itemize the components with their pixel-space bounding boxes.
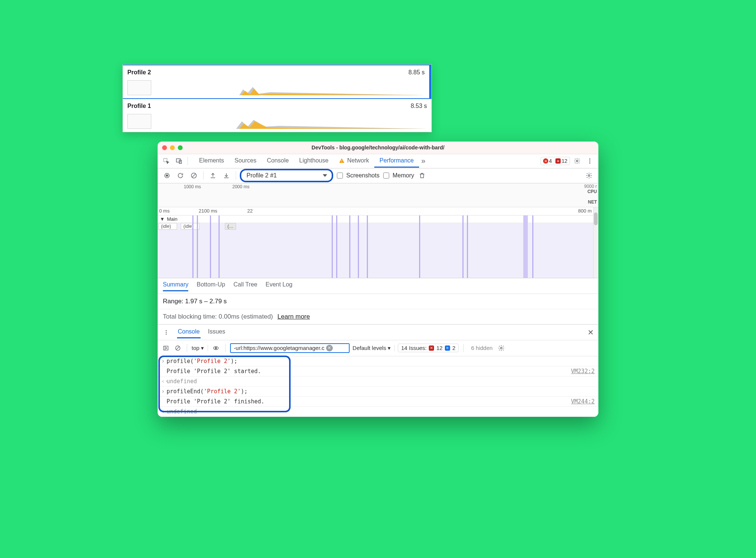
source-link[interactable]: VM244:2 <box>571 398 595 405</box>
log-levels-select[interactable]: Default levels ▾ <box>353 345 395 351</box>
console-log-text: Profile 'Profile 2' started. <box>167 368 571 375</box>
timeline-overview[interactable]: 1000 ms 2000 ms 9000 r CPU NET <box>158 183 598 207</box>
log-levels-value: Default levels <box>353 345 386 351</box>
recording-select[interactable]: Profile 2 #1 <box>240 169 333 182</box>
flame-scrollbar[interactable] <box>593 207 598 278</box>
memory-label: Memory <box>393 172 414 179</box>
source-link[interactable]: VM232:2 <box>571 368 595 375</box>
hidden-count: 6 hidden <box>471 345 493 351</box>
tab-call-tree[interactable]: Call Tree <box>233 281 257 291</box>
console-toolbar: top ▾ -url:https://www.googletagmanager.… <box>158 340 598 356</box>
tab-console[interactable]: Console <box>261 154 294 168</box>
input-arrow-icon: › <box>161 388 167 395</box>
console-line: Profile 'Profile 2' finished. VM244:2 <box>158 397 598 407</box>
svg-point-12 <box>588 175 590 177</box>
chevron-down-icon: ▾ <box>201 345 204 351</box>
svg-rect-4 <box>342 162 342 162</box>
svg-point-19 <box>215 347 217 349</box>
console-line: Profile 'Profile 2' started. VM232:2 <box>158 366 598 376</box>
console-clear-icon[interactable] <box>173 342 182 354</box>
issue-info-icon: ≡ <box>445 345 450 351</box>
tbt-line: Total blocking time: 0.00ms (estimated) … <box>158 309 598 325</box>
tab-network-label: Network <box>347 157 369 164</box>
svg-point-5 <box>576 160 578 162</box>
drawer-tab-issues[interactable]: Issues <box>207 327 226 338</box>
save-profile-icon[interactable] <box>221 170 232 181</box>
drawer-kebab-icon[interactable] <box>162 327 170 338</box>
issues-label: 14 Issues: <box>401 345 427 351</box>
tab-performance[interactable]: Performance <box>374 154 419 168</box>
memory-checkbox[interactable]: Memory <box>382 171 414 180</box>
clear-filter-icon[interactable]: ✕ <box>326 345 333 351</box>
drawer-tabs: Console Issues ✕ <box>158 325 598 340</box>
console-sidebar-toggle-icon[interactable] <box>161 342 170 354</box>
console-output[interactable]: › profile('Profile 2'); Profile 'Profile… <box>158 356 598 417</box>
drawer-tab-console[interactable]: Console <box>177 327 201 338</box>
console-settings-icon[interactable] <box>496 342 507 354</box>
console-line: ‹· undefined <box>158 407 598 417</box>
tab-network[interactable]: Network <box>334 154 374 168</box>
error-icon: ✕ <box>543 158 548 164</box>
error-issue-counts[interactable]: ✕ 4 ✕ 12 <box>540 157 570 165</box>
error-count: 4 <box>549 158 552 164</box>
capture-settings-icon[interactable] <box>583 170 595 181</box>
console-log-text: Profile 'Profile 2' finished. <box>167 398 571 405</box>
reload-record-button[interactable] <box>175 170 186 181</box>
device-toolbar-icon[interactable] <box>173 155 185 167</box>
memory-checkbox-input[interactable] <box>383 173 389 179</box>
screenshots-checkbox-input[interactable] <box>337 173 343 179</box>
overview-cpu-label: CPU <box>584 189 597 194</box>
console-filter-value: -url:https://www.googletagmanager.c <box>234 345 325 351</box>
issue-error-icon: ✕ <box>429 345 434 351</box>
context-select[interactable]: top ▾ <box>192 345 208 351</box>
return-arrow-icon: ‹· <box>161 408 167 415</box>
input-arrow-icon: › <box>161 358 167 365</box>
svg-point-20 <box>501 347 502 349</box>
svg-point-7 <box>589 161 591 162</box>
spacer <box>161 368 167 375</box>
recording-select-value: Profile 2 #1 <box>247 172 277 179</box>
learn-more-link[interactable]: Learn more <box>278 313 310 320</box>
more-tabs-icon[interactable]: » <box>419 154 428 168</box>
tab-bottom-up[interactable]: Bottom-Up <box>196 281 225 291</box>
screenshots-checkbox[interactable]: Screenshots <box>335 171 379 180</box>
range-line: Range: 1.97 s – 2.79 s <box>158 294 598 309</box>
tab-summary[interactable]: Summary <box>163 281 188 291</box>
tbt-text: Total blocking time: 0.00ms (estimated) <box>163 313 273 320</box>
chevron-down-icon: ▾ <box>388 345 391 351</box>
svg-point-6 <box>589 158 591 159</box>
flame-chart-panel[interactable]: 0 ms 2100 ms 22 800 m ▼ Main (idle) (idl… <box>158 207 598 278</box>
settings-icon[interactable] <box>571 155 583 167</box>
flame-bars <box>158 207 593 278</box>
delete-recording-icon[interactable] <box>416 170 428 181</box>
window-title: DevTools - blog.google/technology/ai/cod… <box>158 145 598 151</box>
console-line: ‹· undefined <box>158 376 598 387</box>
issues-pill[interactable]: 14 Issues: ✕ 12 ≡ 2 <box>398 344 459 352</box>
overview-right-labels: 9000 r CPU NET <box>584 184 597 205</box>
kebab-menu-icon[interactable] <box>584 155 595 167</box>
tab-event-log[interactable]: Event Log <box>266 281 292 291</box>
inspect-element-icon[interactable] <box>161 155 172 167</box>
console-input-text: profileEnd('Profile 2'); <box>167 388 595 395</box>
devtools-window: DevTools - blog.google/technology/ai/cod… <box>158 142 598 417</box>
console-line: › profileEnd('Profile 2'); <box>158 387 598 397</box>
screenshots-label: Screenshots <box>346 172 379 179</box>
tab-sources[interactable]: Sources <box>229 154 262 168</box>
tab-elements[interactable]: Elements <box>194 154 229 168</box>
console-filter-input[interactable]: -url:https://www.googletagmanager.c ✕ <box>230 343 350 353</box>
drawer-close-icon[interactable]: ✕ <box>588 328 594 337</box>
console-line: › profile('Profile 2'); <box>158 356 598 366</box>
context-value: top <box>192 345 199 351</box>
clear-button[interactable] <box>188 170 199 181</box>
tab-lighthouse[interactable]: Lighthouse <box>294 154 334 168</box>
live-expression-icon[interactable] <box>211 342 221 354</box>
record-button[interactable] <box>161 170 173 181</box>
overview-tick-right: 9000 r <box>584 184 597 189</box>
issues-info-count: 2 <box>452 345 455 351</box>
load-profile-icon[interactable] <box>207 170 219 181</box>
titlebar: DevTools - blog.google/technology/ai/cod… <box>158 142 598 154</box>
performance-toolbar: Profile 2 #1 Screenshots Memory <box>158 168 598 183</box>
svg-rect-3 <box>342 160 342 161</box>
return-arrow-icon: ‹· <box>161 378 167 385</box>
issue-count: 12 <box>561 158 567 164</box>
